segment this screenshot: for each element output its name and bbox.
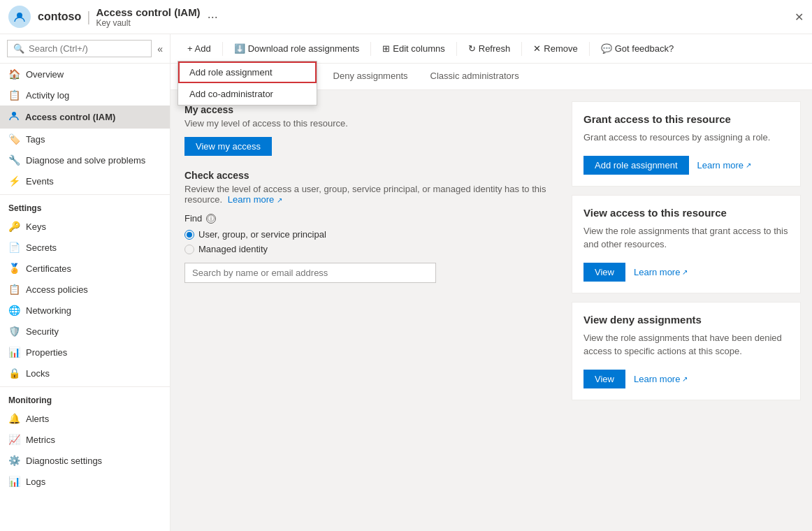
resource-name: contoso (38, 10, 81, 23)
sidebar-item-diagnostic-settings[interactable]: ⚙️ Diagnostic settings (0, 450, 170, 471)
radio-managed-identity-circle (184, 245, 194, 254)
diagnose-icon: 🔧 (8, 154, 20, 166)
networking-icon: 🌐 (8, 305, 20, 316)
add-role-assignment-menu-item[interactable]: Add role assignment (178, 61, 317, 83)
edit-columns-button[interactable]: ⊞ Edit columns (377, 40, 450, 57)
feedback-icon: 💬 (601, 43, 612, 54)
alerts-label: Alerts (26, 414, 49, 424)
view-deny-learn-more[interactable]: Learn more ↗ (634, 374, 688, 384)
overview-icon: 🏠 (8, 68, 20, 80)
find-info-icon[interactable]: ⓘ (206, 214, 216, 224)
download-button[interactable]: ⬇️ Download role assignments (229, 40, 365, 57)
grant-access-card: Grant access to this resource Grant acce… (572, 101, 801, 187)
collapse-icon[interactable]: « (157, 43, 163, 54)
view-deny-button[interactable]: View (583, 370, 625, 388)
content-area: + Add ⬇️ Download role assignments ⊞ Edi… (171, 34, 812, 531)
view-my-access-button[interactable]: View my access (184, 137, 272, 156)
refresh-button[interactable]: ↻ Refresh (463, 40, 516, 57)
properties-icon: 📊 (8, 347, 20, 358)
sidebar-item-secrets[interactable]: 📄 Secrets (0, 237, 170, 258)
sidebar-item-locks[interactable]: 🔒 Locks (0, 363, 170, 384)
view-deny-footer: View Learn more ↗ (583, 370, 789, 388)
toolbar-separator-3 (456, 42, 457, 56)
search-input[interactable] (29, 43, 145, 54)
secrets-label: Secrets (26, 242, 57, 253)
remove-button[interactable]: ✕ Remove (528, 40, 583, 57)
tab-deny-assignments[interactable]: Deny assignments (322, 64, 419, 89)
right-panel: Grant access to this resource Grant acce… (560, 90, 812, 531)
download-icon: ⬇️ (234, 43, 245, 54)
add-button[interactable]: + Add (182, 40, 217, 57)
locks-label: Locks (26, 368, 50, 379)
sidebar-item-security[interactable]: 🛡️ Security (0, 321, 170, 342)
top-bar: contoso | Access control (IAM) Key vault… (0, 0, 812, 34)
sidebar-item-tags[interactable]: 🏷️ Tags (0, 129, 170, 150)
resource-icon (8, 6, 31, 28)
my-access-title: My access (184, 104, 546, 115)
view-access-card: View access to this resource View the ro… (572, 195, 801, 293)
sidebar-item-diagnose[interactable]: 🔧 Diagnose and solve problems (0, 150, 170, 170)
view-access-button[interactable]: View (583, 263, 625, 282)
view-access-external-link-icon: ↗ (682, 268, 688, 276)
sidebar-item-networking[interactable]: 🌐 Networking (0, 300, 170, 321)
add-role-assignment-button[interactable]: Add role assignment (583, 156, 689, 175)
sidebar-item-activity-log[interactable]: 📋 Activity log (0, 85, 170, 106)
sidebar-item-alerts[interactable]: 🔔 Alerts (0, 408, 170, 429)
tags-label: Tags (26, 134, 45, 145)
radio-user-group[interactable]: User, group, or service principal (184, 229, 546, 240)
tab-classic-administrators[interactable]: Classic administrators (419, 64, 530, 89)
sidebar-item-properties[interactable]: 📊 Properties (0, 342, 170, 363)
properties-label: Properties (26, 347, 67, 358)
toolbar-separator-5 (589, 42, 590, 56)
secrets-icon: 📄 (8, 242, 20, 253)
sidebar-item-overview[interactable]: 🏠 Overview (0, 64, 170, 85)
sidebar-item-certificates[interactable]: 🏅 Certificates (0, 258, 170, 279)
grant-access-footer: Add role assignment Learn more ↗ (583, 156, 789, 175)
view-deny-title: View deny assignments (583, 314, 789, 326)
more-options-icon[interactable]: ··· (208, 10, 218, 24)
close-button[interactable]: ✕ (795, 10, 804, 24)
radio-managed-identity[interactable]: Managed identity (184, 244, 546, 254)
add-co-administrator-menu-item[interactable]: Add co-administrator (178, 83, 317, 105)
svg-point-1 (12, 112, 16, 116)
search-icon: 🔍 (13, 43, 24, 54)
sidebar-item-access-control[interactable]: Access control (IAM) (0, 106, 170, 129)
security-label: Security (26, 326, 59, 337)
toolbar-separator-4 (521, 42, 522, 56)
activity-log-label: Activity log (26, 90, 69, 101)
access-policies-icon: 📋 (8, 284, 20, 295)
sidebar-item-logs[interactable]: 📊 Logs (0, 471, 170, 492)
view-access-footer: View Learn more ↗ (583, 263, 789, 282)
view-access-learn-more[interactable]: Learn more ↗ (634, 267, 688, 277)
grant-access-title: Grant access to this resource (583, 113, 789, 125)
feedback-button[interactable]: 💬 Got feedback? (595, 40, 680, 57)
activity-log-icon: 📋 (8, 89, 20, 101)
check-access-title: Check access (184, 170, 546, 181)
metrics-icon: 📈 (8, 434, 20, 445)
radio-user-group-label: User, group, or service principal (198, 229, 326, 240)
check-access-learn-more[interactable]: Learn more ↗ (228, 194, 282, 205)
events-icon: ⚡ (8, 175, 20, 187)
events-label: Events (26, 176, 54, 187)
toolbar-separator-2 (370, 42, 371, 56)
keys-label: Keys (26, 221, 46, 232)
left-panel: My access View my level of access to thi… (171, 90, 560, 531)
grant-access-learn-more[interactable]: Learn more ↗ (697, 160, 751, 170)
sidebar-item-keys[interactable]: 🔑 Keys (0, 216, 170, 237)
security-icon: 🛡️ (8, 326, 20, 337)
sidebar-item-access-policies[interactable]: 📋 Access policies (0, 279, 170, 300)
monitoring-section-header: Monitoring (0, 386, 170, 408)
overview-label: Overview (26, 69, 64, 80)
certificates-label: Certificates (26, 263, 71, 274)
sidebar-item-events[interactable]: ⚡ Events (0, 170, 170, 191)
add-dropdown-menu: Add role assignment Add co-administrator (177, 61, 317, 106)
sidebar-item-metrics[interactable]: 📈 Metrics (0, 429, 170, 450)
view-deny-external-link-icon: ↗ (682, 375, 688, 383)
keys-icon: 🔑 (8, 221, 20, 232)
toolbar-separator-1 (222, 42, 223, 56)
check-access-search-input[interactable] (184, 263, 436, 283)
alerts-icon: 🔔 (8, 413, 20, 424)
radio-managed-identity-label: Managed identity (198, 244, 268, 254)
sidebar: 🔍 « 🏠 Overview 📋 Activity log Access con… (0, 34, 171, 531)
grant-access-description: Grant access to resources by assigning a… (583, 131, 789, 145)
